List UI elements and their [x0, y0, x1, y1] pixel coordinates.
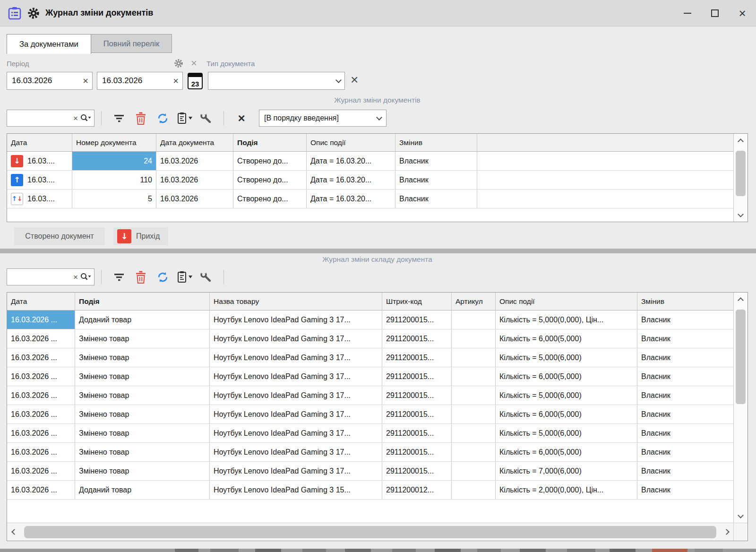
table-row[interactable]: 16.03.2026 ... Змінено товар Ноутбук Len… [7, 329, 733, 348]
cell-date-selected[interactable]: 16.03.2026 ... [7, 310, 75, 329]
cell-changed-by[interactable]: Власник [637, 367, 733, 386]
scroll-right-arrow[interactable] [721, 523, 733, 541]
cell-description[interactable]: Кількість = 2,000(0,000), Цін... [496, 481, 637, 499]
tab-full-list[interactable]: Повний перелік [91, 34, 172, 53]
column-header-date[interactable]: Дата [7, 134, 72, 151]
cell-date[interactable]: 16.03.2026 ... [7, 424, 75, 442]
column-header-event[interactable]: Подія [233, 134, 307, 151]
cell-event[interactable]: Змінено товар [75, 405, 210, 423]
scrollbar-thumb[interactable] [24, 526, 716, 538]
scrollbar-thumb[interactable] [736, 310, 746, 404]
cell-sku[interactable] [452, 443, 496, 461]
vertical-scrollbar[interactable] [733, 293, 747, 523]
cell-sku[interactable] [452, 386, 496, 405]
date-from-input[interactable] [12, 76, 80, 86]
cell-changed-by[interactable]: Власник [637, 386, 733, 405]
table-row[interactable]: ↑ 16.03.... 110 16.03.2026 Створено до..… [7, 171, 733, 190]
table-row[interactable]: 16.03.2026 ... Змінено товар Ноутбук Len… [7, 405, 733, 424]
delete-button[interactable] [130, 268, 152, 285]
cell-product[interactable]: Ноутбук Lenovo IdeaPad Gaming 3 17... [210, 367, 382, 386]
cell-sku[interactable] [452, 405, 496, 423]
doc-type-clear-button[interactable]: × [351, 73, 358, 86]
cell-doc-date[interactable]: 16.03.2026 [156, 152, 233, 170]
tab-by-documents[interactable]: За документами [7, 34, 91, 54]
cell-date[interactable]: 16.03.2026 ... [7, 367, 75, 386]
clear-date-from-icon[interactable]: × [83, 76, 88, 86]
date-from-field[interactable]: × [7, 72, 93, 90]
clear-date-to-icon[interactable]: × [173, 76, 179, 86]
cell-changed-by[interactable]: Власник [637, 462, 733, 480]
cell-date[interactable]: ↑↓ 16.03.... [7, 190, 72, 208]
cell-product[interactable]: Ноутбук Lenovo IdeaPad Gaming 3 17... [210, 310, 382, 329]
cell-description[interactable]: Кількість = 5,000(6,000) [496, 424, 637, 442]
splitter-handle[interactable] [0, 249, 756, 253]
cell-number-selected[interactable]: 24 [72, 152, 156, 170]
settings-button[interactable] [195, 268, 217, 285]
cell-barcode[interactable]: 2911200012... [382, 481, 452, 499]
cell-changed-by[interactable]: Власник [637, 405, 733, 423]
vertical-scrollbar[interactable] [733, 134, 747, 222]
cell-changed-by[interactable]: Власник [395, 190, 477, 208]
search-clear-icon[interactable]: × [73, 114, 78, 122]
column-header-event[interactable]: Подія [75, 293, 210, 310]
cell-changed-by[interactable]: Власник [637, 329, 733, 348]
calendar-icon[interactable]: 23 [188, 73, 203, 89]
cell-barcode[interactable]: 2911200015... [382, 405, 452, 423]
cell-number[interactable]: 110 [72, 171, 156, 189]
cell-barcode[interactable]: 2911200015... [382, 310, 452, 329]
settings-button[interactable] [195, 110, 217, 127]
maximize-button[interactable] [701, 0, 729, 26]
cell-description[interactable]: Кількість = 6,000(5,000) [496, 367, 637, 386]
table-row[interactable]: 16.03.2026 ... Змінено товар Ноутбук Len… [7, 443, 733, 462]
cell-date[interactable]: 16.03.2026 ... [7, 443, 75, 461]
cell-event[interactable]: Змінено товар [75, 443, 210, 461]
cell-description[interactable]: Кількість = 5,000(6,000) [496, 348, 637, 367]
cell-event[interactable]: Створено до... [233, 190, 307, 208]
cell-product[interactable]: Ноутбук Lenovo IdeaPad Gaming 3 17... [210, 405, 382, 423]
clear-filter-button[interactable]: × [231, 110, 252, 127]
cell-changed-by[interactable]: Власник [395, 171, 477, 189]
table-row[interactable]: 16.03.2026 ... Змінено товар Ноутбук Len… [7, 348, 733, 367]
date-to-input[interactable] [102, 76, 170, 86]
column-header-number[interactable]: Номер документа [72, 134, 156, 151]
cell-changed-by[interactable]: Власник [637, 310, 733, 329]
cell-sku[interactable] [452, 329, 496, 348]
cell-sku[interactable] [452, 367, 496, 386]
column-header-sku[interactable]: Артикул [452, 293, 496, 310]
cell-doc-date[interactable]: 16.03.2026 [156, 190, 233, 208]
table-row[interactable]: 16.03.2026 ... Змінено товар Ноутбук Len… [7, 367, 733, 386]
search-field[interactable]: × [7, 110, 94, 127]
cell-description[interactable]: Дата = 16.03.20... [307, 171, 395, 189]
cell-description[interactable]: Кількість = 6,000(5,000) [496, 443, 637, 461]
cell-event[interactable]: Створено до... [233, 152, 307, 170]
table-row[interactable]: ↑↓ 16.03.... 5 16.03.2026 Створено до...… [7, 190, 733, 208]
search-icon[interactable] [80, 113, 91, 123]
cell-barcode[interactable]: 2911200015... [382, 329, 452, 348]
cell-product[interactable]: Ноутбук Lenovo IdeaPad Gaming 3 17... [210, 348, 382, 367]
refresh-button[interactable] [152, 268, 173, 285]
column-header-changed-by[interactable]: Змінив [395, 134, 477, 151]
cell-changed-by[interactable]: Власник [637, 348, 733, 367]
delete-button[interactable] [130, 110, 152, 127]
cell-product[interactable]: Ноутбук Lenovo IdeaPad Gaming 3 17... [210, 424, 382, 442]
cell-date[interactable]: 16.03.2026 ... [7, 462, 75, 480]
cell-sku[interactable] [452, 310, 496, 329]
period-settings-gear-icon[interactable] [174, 59, 183, 70]
cell-barcode[interactable]: 2911200015... [382, 386, 452, 405]
cell-sku[interactable] [452, 424, 496, 442]
cell-product[interactable]: Ноутбук Lenovo IdeaPad Gaming 3 17... [210, 462, 382, 480]
cell-barcode[interactable]: 2911200015... [382, 367, 452, 386]
cell-event[interactable]: Змінено товар [75, 386, 210, 405]
cell-changed-by[interactable]: Власник [637, 481, 733, 499]
close-button[interactable]: × [729, 0, 756, 26]
cell-event[interactable]: Створено до... [233, 171, 307, 189]
scroll-up-arrow[interactable] [734, 134, 747, 147]
cell-date[interactable]: 16.03.2026 ... [7, 348, 75, 367]
cell-product[interactable]: Ноутбук Lenovo IdeaPad Gaming 3 17... [210, 386, 382, 405]
cell-product[interactable]: Ноутбук Lenovo IdeaPad Gaming 3 15... [210, 481, 382, 499]
cell-product[interactable]: Ноутбук Lenovo IdeaPad Gaming 3 17... [210, 329, 382, 348]
column-header-description[interactable]: Опис події [307, 134, 395, 151]
scroll-down-arrow[interactable] [734, 208, 747, 222]
cell-description[interactable]: Дата = 16.03.20... [307, 152, 395, 170]
column-header-doc-date[interactable]: Дата документа [156, 134, 233, 151]
